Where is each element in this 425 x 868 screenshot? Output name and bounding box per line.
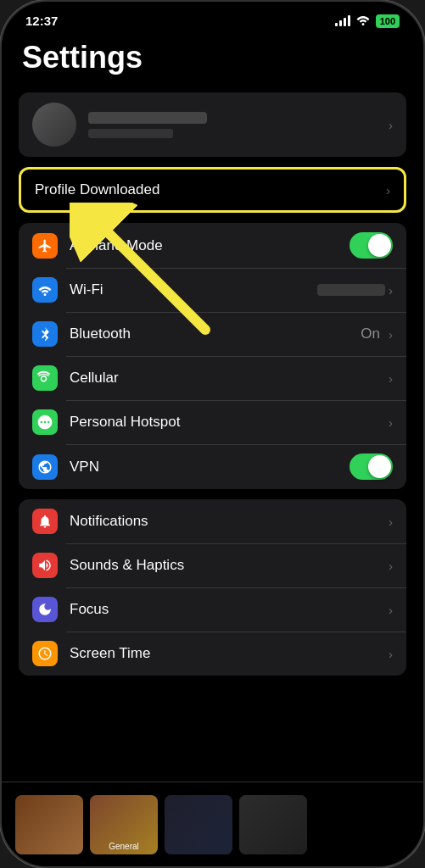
bluetooth-row[interactable]: Bluetooth On › <box>19 312 406 356</box>
wifi-status-icon <box>355 14 371 28</box>
vpn-icon <box>32 454 58 480</box>
focus-label: Focus <box>70 601 385 618</box>
vpn-toggle[interactable] <box>350 453 393 480</box>
wifi-icon <box>32 277 58 303</box>
cellular-label: Cellular <box>70 370 385 387</box>
sounds-chevron-icon: › <box>389 559 393 573</box>
page-title: Settings <box>19 40 406 75</box>
wifi-value-blur <box>317 284 385 296</box>
hotspot-chevron-icon: › <box>389 415 393 430</box>
notifications-icon <box>32 509 58 534</box>
sounds-label: Sounds & Haptics <box>70 557 385 574</box>
account-section[interactable]: › <box>19 92 406 157</box>
notifications-chevron-icon: › <box>389 515 393 529</box>
screentime-chevron-icon: › <box>389 647 393 661</box>
cellular-row[interactable]: Cellular › <box>19 356 406 400</box>
status-icons: 100 <box>335 14 400 28</box>
cellular-icon <box>32 365 58 391</box>
airplane-label: Airplane Mode <box>70 237 350 254</box>
account-avatar <box>32 103 76 147</box>
phone-frame: 12:37 100 Settings <box>0 0 425 868</box>
airplane-icon <box>32 233 58 259</box>
airplane-mode-row[interactable]: Airplane Mode <box>19 223 406 268</box>
annotation-wrapper: Profile Downloaded › <box>19 167 406 213</box>
sounds-icon <box>32 553 58 578</box>
bluetooth-value: On <box>361 326 380 342</box>
focus-row[interactable]: Focus › <box>19 587 406 632</box>
account-chevron-icon: › <box>389 118 393 132</box>
notifications-section: Notifications › Sounds & Haptics › <box>19 499 406 676</box>
signal-bar-2 <box>339 20 342 26</box>
profile-downloaded-row[interactable]: Profile Downloaded › <box>19 167 406 213</box>
signal-bar-1 <box>335 23 338 26</box>
vpn-toggle-knob <box>368 455 391 478</box>
focus-chevron-icon: › <box>389 603 393 617</box>
switcher-thumb-3 <box>165 795 232 854</box>
signal-bars-icon <box>335 15 350 26</box>
wifi-row[interactable]: Wi-Fi › <box>19 268 406 312</box>
connectivity-section: Airplane Mode Wi-Fi › <box>19 223 406 489</box>
airplane-toggle[interactable] <box>350 232 393 259</box>
wifi-chevron-icon: › <box>389 283 393 298</box>
status-time: 12:37 <box>25 14 58 28</box>
switcher-thumb-1 <box>15 795 83 854</box>
signal-bar-4 <box>348 15 350 26</box>
bluetooth-icon <box>32 321 58 347</box>
settings-content: Settings › Profile Downloaded › <box>2 33 423 855</box>
switcher-thumb-4 <box>239 795 307 854</box>
status-bar: 12:37 100 <box>2 2 423 33</box>
switcher-label: General <box>90 842 158 851</box>
notifications-row[interactable]: Notifications › <box>19 499 406 543</box>
screentime-row[interactable]: Screen Time › <box>19 632 406 676</box>
notifications-label: Notifications <box>70 513 385 530</box>
focus-icon <box>32 597 58 622</box>
account-info <box>88 112 385 138</box>
hotspot-row[interactable]: Personal Hotspot › <box>19 400 406 444</box>
bluetooth-label: Bluetooth <box>70 326 361 342</box>
cellular-chevron-icon: › <box>389 371 393 386</box>
bluetooth-chevron-icon: › <box>389 327 393 342</box>
hotspot-label: Personal Hotspot <box>70 414 385 431</box>
phone-screen: 12:37 100 Settings <box>2 2 423 866</box>
profile-chevron-icon: › <box>386 183 390 198</box>
switcher-thumb-2: General <box>90 795 158 854</box>
account-sub-blur <box>88 129 173 138</box>
screentime-icon <box>32 641 58 666</box>
sounds-row[interactable]: Sounds & Haptics › <box>19 543 406 587</box>
airplane-toggle-knob <box>368 234 391 257</box>
hotspot-icon <box>32 409 58 435</box>
vpn-label: VPN <box>70 459 350 476</box>
profile-downloaded-label: Profile Downloaded <box>35 181 383 198</box>
screentime-label: Screen Time <box>70 645 385 662</box>
app-switcher[interactable]: General <box>2 782 423 866</box>
vpn-row[interactable]: VPN <box>19 444 406 489</box>
battery-icon: 100 <box>376 14 400 28</box>
wifi-label: Wi-Fi <box>70 281 317 298</box>
signal-bar-3 <box>344 18 346 26</box>
account-name-blur <box>88 112 207 124</box>
